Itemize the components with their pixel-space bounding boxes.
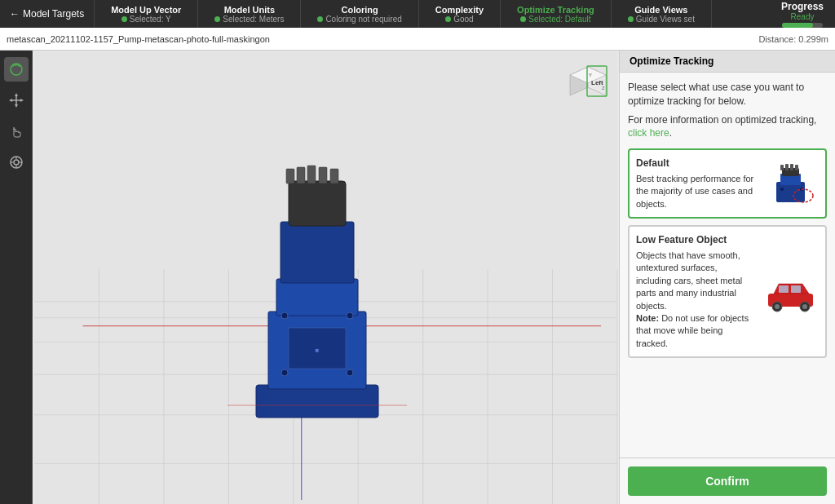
- confirm-button[interactable]: Confirm: [628, 466, 827, 496]
- svg-marker-3: [15, 93, 18, 96]
- pump-3d-model: ■: [228, 153, 407, 430]
- progress-status: Ready: [791, 12, 815, 21]
- click-here-link[interactable]: click here: [628, 127, 669, 139]
- option-low-feature[interactable]: Low Feature Object Objects that have smo…: [628, 225, 827, 358]
- back-label: Model Targets: [23, 8, 84, 20]
- svg-point-11: [14, 160, 19, 165]
- nav-step-model-up-vector[interactable]: Model Up VectorSelected: Y: [95, 0, 198, 28]
- nav-step-model-units[interactable]: Model UnitsSelected: Meters: [198, 0, 301, 28]
- svg-rect-41: [256, 385, 378, 418]
- option-default-desc: Best tracking performance for the majori…: [636, 173, 755, 210]
- svg-rect-69: [779, 285, 789, 293]
- nav-steps: Model Up VectorSelected: YModel UnitsSel…: [95, 0, 770, 28]
- option-low-feature-note: Note:: [636, 313, 659, 323]
- nav-step-complexity[interactable]: ComplexityGood: [419, 0, 501, 28]
- option-default-title: Default: [636, 157, 755, 170]
- right-panel-body: Please select what use case you want to …: [620, 73, 835, 458]
- svg-text:Y: Y: [589, 73, 592, 77]
- back-arrow-icon: ←: [10, 8, 20, 20]
- option-default-image: [762, 157, 819, 210]
- progress-bar-fill: [782, 23, 813, 28]
- option-low-feature-image: [762, 233, 819, 350]
- svg-rect-49: [319, 167, 327, 183]
- svg-rect-61: [780, 165, 784, 170]
- svg-marker-4: [15, 104, 18, 108]
- svg-rect-43: [276, 279, 358, 316]
- target-tool[interactable]: [4, 150, 29, 175]
- svg-rect-70: [791, 285, 801, 293]
- svg-rect-47: [297, 167, 305, 183]
- right-panel-footer: Confirm: [620, 458, 835, 504]
- app-header: ← Model Targets Model Up VectorSelected:…: [0, 0, 835, 28]
- left-toolbar: [0, 51, 33, 504]
- option-low-feature-desc: Objects that have smooth, untextured sur…: [636, 250, 755, 350]
- toolbar-row: metascan_20211102-1157_Pump-metascan-pho…: [0, 28, 835, 51]
- svg-point-53: [281, 369, 288, 376]
- svg-rect-48: [307, 166, 316, 183]
- rotate-tool[interactable]: [4, 57, 29, 82]
- svg-marker-6: [9, 99, 12, 102]
- right-panel: Optimize Tracking Please select what use…: [619, 51, 835, 504]
- svg-rect-45: [289, 181, 346, 226]
- pan-tool[interactable]: [4, 88, 29, 113]
- progress-bar: [782, 23, 823, 28]
- svg-point-52: [347, 312, 353, 319]
- right-panel-header: Optimize Tracking: [620, 51, 835, 73]
- option-low-feature-title: Low Feature Object: [636, 233, 755, 247]
- svg-rect-64: [795, 165, 798, 170]
- svg-point-74: [802, 304, 807, 309]
- svg-rect-50: [330, 169, 338, 183]
- svg-text:Z: Z: [602, 86, 605, 91]
- orientation-cube[interactable]: Left Y Z: [566, 59, 611, 104]
- svg-rect-44: [281, 222, 354, 283]
- viewport[interactable]: Left Y Z: [33, 51, 619, 504]
- progress-label: Progress: [781, 1, 824, 12]
- distance-label: Distance: 0.299m: [758, 34, 828, 44]
- svg-point-72: [775, 304, 780, 309]
- progress-indicator: Progress Ready: [770, 1, 835, 28]
- svg-rect-63: [790, 164, 793, 170]
- panel-more-info: For more information on optimized tracki…: [628, 113, 827, 141]
- svg-point-65: [780, 188, 784, 191]
- back-button[interactable]: ← Model Targets: [0, 0, 95, 28]
- svg-marker-7: [20, 99, 24, 102]
- nav-step-optimize-tracking[interactable]: Optimize TrackingSelected: Default: [501, 0, 612, 28]
- main-layout: Left Y Z: [0, 51, 835, 504]
- filename-label: metascan_20211102-1157_Pump-metascan-pho…: [7, 34, 752, 44]
- hand-tool[interactable]: [4, 119, 29, 144]
- svg-point-54: [347, 369, 353, 376]
- nav-step-guide-views[interactable]: Guide ViewsGuide Views set: [612, 0, 712, 28]
- panel-intro: Please select what use case you want to …: [628, 81, 827, 108]
- svg-rect-62: [785, 164, 789, 170]
- svg-point-51: [281, 312, 288, 319]
- nav-step-coloring[interactable]: ColoringColoring not required: [301, 0, 418, 28]
- svg-rect-46: [286, 169, 294, 183]
- svg-text:■: ■: [315, 347, 319, 354]
- option-default[interactable]: Default Best tracking performance for th…: [628, 148, 827, 219]
